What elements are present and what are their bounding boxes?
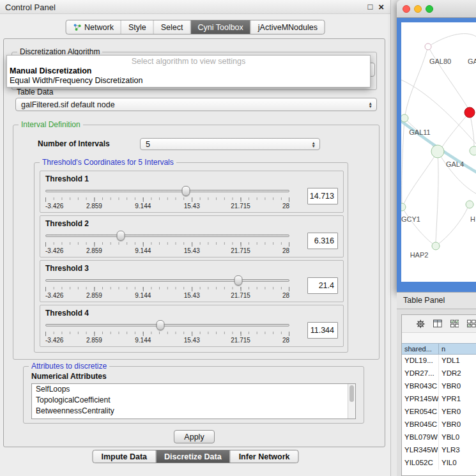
network-edge[interactable] [442, 112, 470, 147]
threshold-2-slider[interactable]: -3.4262.8599.14415.4321.71528 [45, 230, 289, 256]
table-cell[interactable]: YBR043C [402, 380, 439, 393]
table-row[interactable]: YBR043CYBR0 [402, 380, 476, 393]
num-intervals-combobox[interactable]: 5 ▲▼ [140, 138, 320, 150]
table-cell[interactable]: YBL079W [402, 431, 439, 444]
slider-thumb[interactable] [234, 275, 242, 286]
slider-track[interactable] [45, 190, 289, 192]
table-cell[interactable]: YLR3 [439, 444, 476, 457]
network-node[interactable] [466, 201, 473, 208]
network-edge[interactable] [402, 118, 404, 203]
slider-track[interactable] [45, 234, 289, 237]
threshold-1-value-field[interactable] [307, 188, 338, 204]
table-cell[interactable]: YER054C [402, 406, 439, 418]
minimize-traffic-light-icon[interactable] [414, 5, 422, 13]
network-node[interactable] [432, 242, 440, 250]
table-row[interactable]: YPR145WYPR1 [402, 393, 476, 406]
table-cell[interactable]: YER0 [439, 406, 476, 418]
node-label: GCY1 [401, 215, 420, 223]
list-item[interactable]: SelfLoops [32, 384, 355, 395]
network-node[interactable] [401, 203, 406, 211]
slider-thumb[interactable] [182, 186, 190, 196]
tab-label: jActiveMNodules [258, 23, 318, 32]
slider-scale-label: 2.859 [86, 337, 102, 344]
table-cell[interactable]: YPR1 [439, 393, 476, 406]
network-edge[interactable] [404, 151, 438, 204]
table-row[interactable]: YER054CYER0 [402, 406, 476, 418]
select-columns-icon[interactable] [450, 319, 459, 328]
network-node[interactable] [401, 114, 408, 122]
table-cell[interactable]: YBR045C [402, 418, 439, 431]
network-edge[interactable] [436, 208, 468, 246]
table-row[interactable]: YDR27...YDR2 [402, 367, 476, 380]
apply-button[interactable]: Apply [174, 430, 215, 443]
dropdown-option-equal-width-frequency[interactable]: Equal Width/Frequency Discretization [7, 76, 370, 86]
gear-icon[interactable] [416, 319, 425, 329]
slider-scale-label: 21.715 [231, 247, 250, 254]
network-node[interactable] [431, 145, 444, 158]
down-arrow-icon: ▼ [312, 144, 316, 148]
list-item[interactable]: TopologicalCoefficient [32, 395, 355, 406]
table-cell[interactable]: YDL1 [439, 355, 476, 367]
threshold-2-value-field[interactable] [307, 233, 338, 249]
tab-jactivemodules[interactable]: jActiveMNodules [250, 20, 325, 34]
threshold-3-value-field[interactable] [307, 277, 338, 294]
network-node[interactable] [425, 43, 431, 50]
network-edge[interactable] [428, 47, 468, 109]
slider-track[interactable] [45, 324, 289, 326]
table-cell[interactable]: YDR2 [439, 367, 476, 380]
table-cell[interactable]: YIL0 [439, 457, 476, 470]
table-cell[interactable]: YBR0 [439, 380, 476, 393]
network-edge[interactable] [438, 151, 476, 194]
table-cell[interactable]: YDL19... [402, 355, 439, 367]
columns-icon[interactable] [433, 319, 442, 328]
threshold-1-slider[interactable]: -3.4262.8599.14415.4321.71528 [45, 185, 289, 211]
table-row[interactable]: YBL079WYBL0 [402, 431, 476, 444]
float-window-icon[interactable]: □ [367, 1, 372, 13]
table-row[interactable]: YIL052CYIL0 [402, 457, 476, 470]
list-item[interactable]: BetweennessCentrality [32, 406, 355, 417]
table-data-combobox[interactable]: galFiltered.sif default node ▲▼ [15, 98, 377, 111]
column-header-shared-name[interactable]: shared... [402, 344, 439, 354]
list-scrollbar[interactable] [348, 384, 355, 418]
table-cell[interactable]: YBR0 [439, 418, 476, 431]
threshold-4-slider[interactable]: -3.4262.8599.14415.4321.71528 [45, 319, 289, 345]
table-cell[interactable]: YDR27... [402, 367, 439, 380]
close-traffic-light-icon[interactable] [403, 5, 410, 13]
zoom-traffic-light-icon[interactable] [426, 5, 433, 13]
close-window-icon[interactable]: × [378, 1, 384, 13]
tab-select[interactable]: Select [153, 20, 190, 34]
column-header-name[interactable]: n [439, 344, 476, 354]
table-row[interactable]: YDL19...YDL1 [402, 355, 476, 367]
table-row[interactable]: YBR045CYBR0 [402, 418, 476, 431]
scrollbar-thumb[interactable] [349, 385, 354, 402]
table-cell[interactable]: YPR145W [402, 393, 439, 406]
table-cell[interactable]: YLR345W [402, 444, 439, 457]
network-node[interactable] [464, 107, 475, 118]
select-rows-icon[interactable] [467, 319, 476, 328]
tab-infer-network[interactable]: Infer Network [230, 450, 298, 463]
node-label: HAP2 [410, 251, 429, 259]
network-edge[interactable] [405, 47, 428, 115]
network-node[interactable] [470, 146, 476, 155]
slider-scale-label: 9.144 [135, 203, 151, 210]
network-edge[interactable] [402, 207, 433, 244]
threshold-4-value-field[interactable] [307, 322, 338, 339]
slider-track[interactable] [45, 279, 289, 282]
tab-network[interactable]: Network [66, 20, 121, 34]
table-cell[interactable]: YBL0 [439, 431, 476, 444]
network-canvas[interactable]: GAL80GAGAL11GAL4GCY1HHAP2 [401, 22, 476, 282]
table-row[interactable]: YLR345WYLR3 [402, 444, 476, 457]
node-label: GAL4 [446, 160, 464, 168]
slider-thumb[interactable] [117, 231, 125, 241]
tab-impute-data[interactable]: Impute Data [93, 450, 155, 463]
slider-thumb[interactable] [156, 320, 164, 330]
tab-cyni-toolbox[interactable]: Cyni Toolbox [190, 20, 250, 34]
network-edge[interactable] [428, 34, 476, 47]
dropdown-option-manual-discretization[interactable]: Manual Discretization [7, 66, 370, 76]
threshold-3-slider[interactable]: -3.4262.8599.14415.4321.71528 [45, 275, 289, 300]
table-cell[interactable]: YIL052C [402, 457, 439, 470]
network-edge[interactable] [436, 151, 438, 242]
tab-discretize-data[interactable]: Discretize Data [155, 450, 230, 463]
tab-style[interactable]: Style [121, 20, 153, 34]
slider-scale-label: 2.859 [86, 203, 102, 210]
